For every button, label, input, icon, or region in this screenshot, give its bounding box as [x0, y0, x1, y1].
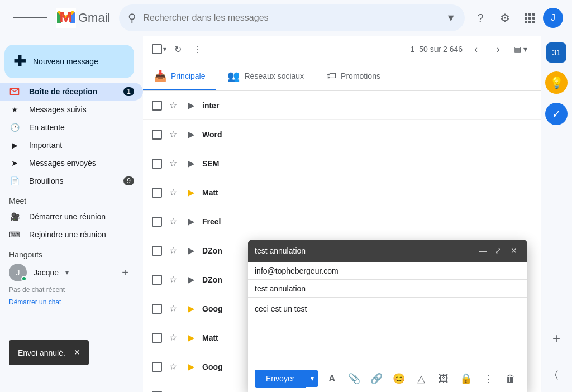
star-button[interactable]: ☆	[166, 302, 180, 315]
sidebar-item-start-meeting[interactable]: 🎥 Démarrer une réunion	[0, 208, 143, 226]
important-marker[interactable]: ▶	[184, 244, 198, 257]
expand-right-panel[interactable]: 〈	[545, 363, 568, 385]
inbox-tabs: 📥 Principale 👥 Réseaux sociaux 🏷 Promoti…	[143, 63, 541, 91]
select-all-checkbox[interactable]: ▾	[152, 44, 166, 54]
sidebar-item-join-meeting[interactable]: ⌨ Rejoindre une réunion	[0, 226, 143, 243]
row-checkbox[interactable]	[152, 217, 162, 227]
star-button[interactable]: ☆	[166, 273, 180, 286]
insert-link-button[interactable]: 🔗	[368, 370, 385, 388]
row-checkbox[interactable]	[152, 362, 162, 372]
hangouts-user[interactable]: J Jacque ▾ +	[0, 261, 143, 284]
tab-principale[interactable]: 📥 Principale	[143, 63, 216, 90]
send-button-group: Envoyer ▾	[255, 370, 318, 388]
compose-to-field[interactable]: info@tophebergeur.com	[248, 262, 527, 280]
compose-body: info@tophebergeur.com test annulation ce…	[248, 262, 527, 392]
compose-button[interactable]: ✚ Nouveau message	[4, 45, 134, 78]
important-marker[interactable]: ▶	[184, 389, 198, 393]
pagination-next[interactable]: ›	[489, 40, 507, 58]
pagination-prev[interactable]: ‹	[467, 40, 485, 58]
star-button[interactable]: ☆	[166, 157, 180, 170]
sender-name: SEM	[202, 159, 280, 168]
star-button[interactable]: ☆	[166, 186, 180, 199]
tasks-icon[interactable]: ✓	[545, 103, 568, 125]
hamburger-menu[interactable]	[9, 11, 51, 25]
star-button[interactable]: ☆	[166, 331, 180, 345]
compose-close-button[interactable]: ✕	[507, 244, 521, 257]
meet-section-label: Meet	[0, 190, 143, 208]
important-marker[interactable]: ▶	[184, 186, 198, 199]
send-options-button[interactable]: ▾	[306, 370, 318, 387]
search-dropdown-icon[interactable]: ▼	[446, 12, 456, 24]
star-button[interactable]: ☆	[166, 99, 180, 112]
row-checkbox[interactable]	[152, 275, 162, 285]
row-checkbox[interactable]	[152, 101, 162, 111]
tab-social[interactable]: 👥 Réseaux sociaux	[216, 63, 315, 90]
view-icon: ▦	[514, 45, 521, 54]
table-row[interactable]: ☆ ▶ SEM	[143, 149, 541, 178]
row-checkbox[interactable]	[152, 130, 162, 140]
google-drive-button[interactable]: △	[412, 370, 430, 388]
table-row[interactable]: ☆ ▶ Word	[143, 120, 541, 149]
sidebar-item-snoozed[interactable]: 🕐 En attente	[0, 118, 143, 136]
sidebar-item-starred[interactable]: ★ Messages suivis	[0, 101, 143, 118]
row-checkbox[interactable]	[152, 333, 162, 343]
settings-button[interactable]: ⚙	[494, 7, 516, 29]
add-plugin-button[interactable]: +	[547, 329, 565, 347]
sidebar-item-drafts[interactable]: 📄 Brouillons 9	[0, 172, 143, 190]
row-checkbox[interactable]	[152, 188, 162, 198]
star-button[interactable]: ☆	[166, 215, 180, 228]
insert-image-button[interactable]: 🖼	[435, 370, 452, 388]
snackbar-close-button[interactable]: ×	[74, 347, 80, 358]
sidebar-item-inbox[interactable]: Boîte de réception 1	[0, 83, 143, 101]
pagination: 1–50 sur 2 646 ‹ ›	[411, 40, 507, 58]
search-input[interactable]	[143, 13, 439, 23]
view-toggle[interactable]: ▦ ▾	[509, 42, 532, 56]
grid-icon	[524, 12, 535, 23]
gmail-logo[interactable]: M Gmail	[56, 8, 110, 28]
star-button[interactable]: ☆	[166, 360, 180, 374]
delete-draft-button[interactable]: 🗑	[502, 370, 519, 388]
attach-file-button[interactable]: 📎	[345, 370, 363, 388]
important-marker[interactable]: ▶	[184, 331, 198, 345]
insert-emoji-button[interactable]: 😊	[390, 370, 408, 388]
calendar-icon[interactable]: 31	[546, 42, 566, 63]
row-checkbox[interactable]	[152, 304, 162, 314]
important-marker[interactable]: ▶	[184, 302, 198, 315]
refresh-button[interactable]: ↻	[169, 40, 187, 58]
important-marker[interactable]: ▶	[184, 99, 198, 112]
important-marker[interactable]: ▶	[184, 215, 198, 228]
help-button[interactable]: ?	[469, 7, 492, 29]
table-row[interactable]: ☆ ▶ inter	[143, 91, 541, 120]
table-row[interactable]: ☆ ▶ Matt	[143, 178, 541, 207]
sidebar-item-important[interactable]: ▶ Important	[0, 136, 143, 154]
star-button[interactable]: ☆	[166, 128, 180, 141]
compose-expand-button[interactable]: ⤢	[492, 244, 505, 257]
important-label: Important	[29, 141, 134, 150]
keep-icon[interactable]: 💡	[545, 71, 568, 94]
hangouts-add-button[interactable]: +	[116, 264, 134, 281]
send-button[interactable]: Envoyer	[255, 370, 306, 388]
important-marker[interactable]: ▶	[184, 360, 198, 374]
compose-minimize-button[interactable]: —	[476, 244, 489, 257]
draft-icon: 📄	[9, 175, 20, 187]
user-avatar[interactable]: J	[543, 8, 563, 28]
drafts-label: Brouillons	[29, 176, 115, 185]
more-options-button[interactable]: ⋮	[189, 40, 207, 58]
confidential-button[interactable]: 🔒	[457, 370, 475, 388]
table-row[interactable]: ☆ ▶ Freel	[143, 207, 541, 236]
apps-button[interactable]	[518, 7, 541, 29]
important-marker[interactable]: ▶	[184, 273, 198, 286]
row-checkbox[interactable]	[152, 159, 162, 169]
more-options-compose[interactable]: ⋮	[479, 370, 497, 388]
format-text-button[interactable]: A	[323, 370, 341, 388]
row-checkbox[interactable]	[152, 246, 162, 256]
start-chat-link[interactable]: Démarrer un chat	[0, 296, 143, 308]
star-button[interactable]: ☆	[166, 389, 180, 393]
star-button[interactable]: ☆	[166, 244, 180, 257]
sidebar-item-sent[interactable]: ➤ Messages envoyés	[0, 154, 143, 172]
important-marker[interactable]: ▶	[184, 128, 198, 141]
compose-body-text[interactable]: ceci est un test	[248, 298, 527, 365]
compose-subject-field[interactable]: test annulation	[248, 280, 527, 298]
tab-promotions[interactable]: 🏷 Promotions	[315, 63, 392, 90]
important-marker[interactable]: ▶	[184, 157, 198, 170]
